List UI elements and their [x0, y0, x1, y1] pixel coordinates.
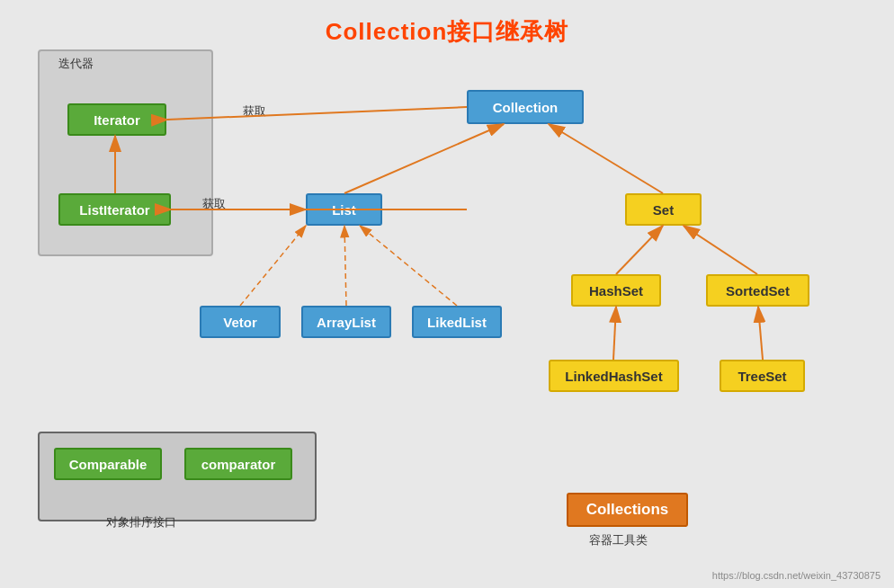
comparable-panel-label: 对象排序接口 — [106, 514, 176, 530]
svg-line-6 — [549, 124, 663, 193]
svg-line-10 — [616, 226, 663, 274]
node-listiterator: ListIterator — [58, 193, 171, 226]
node-set: Set — [625, 193, 702, 226]
node-collections: Collections — [567, 493, 688, 527]
node-iterator: Iterator — [67, 103, 166, 136]
node-list: List — [306, 193, 382, 226]
node-arraylist: ArrayList — [301, 306, 391, 338]
get-label-2: 获取 — [202, 196, 226, 212]
node-comparable: Comparable — [54, 448, 162, 480]
svg-line-8 — [344, 226, 346, 306]
page-title: Collection接口继承树 — [0, 0, 894, 48]
svg-line-13 — [758, 307, 763, 360]
node-vetor: Vetor — [200, 306, 281, 338]
node-linkedhashset: LinkedHashSet — [549, 360, 679, 392]
node-sortedset: SortedSet — [706, 274, 809, 307]
get-label-1: 获取 — [243, 103, 266, 120]
watermark: https://blog.csdn.net/weixin_43730875 — [712, 570, 881, 581]
collections-sublabel: 容器工具类 — [589, 532, 648, 548]
svg-line-5 — [344, 124, 504, 193]
diagram-area: 迭代器 对象排序接口 Collection接口继承树 Collection It… — [0, 0, 894, 588]
iterator-panel-label: 迭代器 — [58, 56, 94, 72]
svg-line-11 — [684, 226, 757, 274]
node-comparator: comparator — [184, 448, 292, 480]
node-collection: Collection — [467, 90, 584, 124]
node-linkedlist: LikedList — [412, 306, 502, 338]
svg-line-9 — [360, 226, 457, 306]
svg-line-12 — [613, 307, 616, 360]
node-treeset: TreeSet — [720, 360, 805, 392]
node-hashset: HashSet — [571, 274, 661, 307]
svg-line-7 — [240, 226, 306, 306]
